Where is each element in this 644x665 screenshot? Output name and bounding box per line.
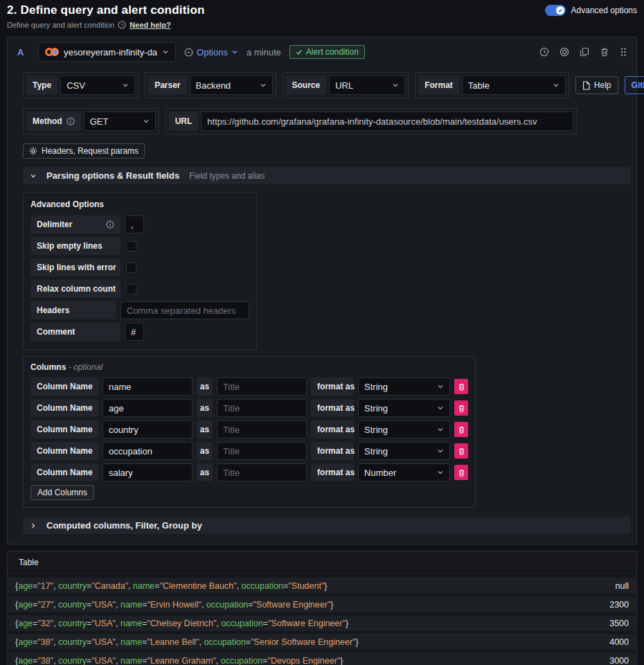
chevron-down-icon [553, 82, 560, 89]
column-title-input[interactable] [217, 378, 307, 396]
delete-column-button[interactable] [454, 379, 468, 394]
computed-columns-title: Computed columns, Filter, Group by [46, 520, 202, 531]
drag-handle-icon[interactable] [620, 47, 627, 57]
skip-empty-lines-checkbox[interactable] [126, 241, 136, 251]
format-select[interactable]: Table [462, 76, 566, 95]
advanced-options-label: Advanced options [571, 6, 637, 15]
datasource-picker[interactable]: yesoreyeram-infinity-da [38, 42, 176, 62]
column-format-value: String [364, 403, 388, 414]
column-title-input[interactable] [217, 399, 307, 417]
column-format-select[interactable]: Number [358, 463, 450, 481]
delete-column-button[interactable] [454, 422, 468, 437]
remove-query-icon[interactable] [600, 47, 609, 57]
chevron-down-icon [437, 383, 444, 390]
delete-column-button[interactable] [454, 465, 468, 480]
row-value: 3500 [609, 619, 629, 628]
column-row: Column Nameasformat asString [30, 399, 468, 417]
disable-query-icon[interactable] [560, 47, 569, 57]
table-panel-title: Table [8, 551, 636, 574]
parsing-options-section-header[interactable]: Parsing options & Result fields Field ty… [23, 167, 631, 184]
chevron-down-icon [162, 48, 169, 55]
url-input[interactable] [201, 112, 573, 131]
parser-value: Backend [196, 80, 231, 91]
help-button[interactable]: Help [575, 76, 618, 94]
chevron-down-icon [437, 469, 444, 476]
query-options-button[interactable]: Options [184, 47, 238, 57]
parsing-options-subtitle: Field types and alias [189, 171, 265, 181]
column-row: Column Nameasformat asString [30, 420, 468, 438]
parsing-options-title: Parsing options & Result fields [46, 170, 179, 181]
skip-lines-error-checkbox[interactable] [126, 263, 136, 273]
as-label: as [197, 442, 213, 460]
csv-headers-label: Headers [30, 301, 116, 319]
relax-column-count-checkbox[interactable] [126, 284, 136, 294]
source-group: SourceURL [283, 72, 409, 98]
computed-columns-section-header[interactable]: Computed columns, Filter, Group by [23, 517, 631, 534]
source-select[interactable]: URL [329, 76, 405, 95]
column-name-label: Column Name [30, 463, 98, 481]
column-format-select[interactable]: String [358, 442, 450, 460]
column-row: Column Nameasformat asString [30, 442, 468, 460]
column-name-input[interactable] [102, 399, 193, 417]
column-name-input[interactable] [102, 463, 193, 481]
type-select[interactable]: CSV [60, 76, 135, 95]
relax-column-count-label: Relax column count [30, 280, 120, 298]
comment-input[interactable] [125, 323, 144, 341]
github-button[interactable]: Github [625, 76, 644, 94]
headers-request-params-button[interactable]: Headers, Request params [23, 143, 145, 159]
method-select[interactable]: GET [84, 112, 156, 131]
chevron-down-icon [260, 82, 267, 89]
advanced-options-toggle[interactable] [545, 5, 566, 16]
as-label: as [197, 378, 213, 396]
trash-icon [458, 469, 465, 477]
trash-icon [458, 383, 465, 391]
column-format-select[interactable]: String [358, 378, 450, 396]
row-object-text: {age="32", country="USA", name="Chelsey … [15, 619, 348, 628]
question-circle-icon: ? [118, 21, 126, 29]
column-name-input[interactable] [102, 420, 193, 438]
column-name-label: Column Name [30, 442, 98, 460]
column-title-input[interactable] [217, 442, 307, 460]
column-row: Column Nameasformat asString [30, 378, 468, 396]
method-label: Method [26, 112, 81, 131]
query-history-icon[interactable] [539, 47, 549, 57]
format-as-label: format as [311, 420, 354, 438]
info-circle-icon [66, 117, 75, 125]
skip-empty-lines-label: Skip empty lines [30, 237, 120, 255]
delimiter-label: Delimiter [30, 215, 120, 233]
selector-row: TypeCSVParserBackendSourceURLFormatTable… [23, 72, 632, 98]
query-header: A yesoreyeram-infinity-da Options a minu… [8, 37, 636, 66]
column-name-label: Column Name [30, 399, 98, 417]
trash-icon [458, 405, 465, 412]
parser-select[interactable]: Backend [190, 76, 273, 95]
toggle-knob [556, 6, 564, 15]
chevron-down-icon [437, 447, 444, 454]
table-row: {age="38", country="USA", name="Leanne B… [8, 634, 636, 650]
table-panel: Table {age="17", country="Canada", name=… [7, 551, 637, 665]
columns-rows: Column Nameasformat asStringColumn Namea… [30, 378, 468, 481]
column-name-input[interactable] [102, 442, 193, 460]
column-title-input[interactable] [217, 420, 307, 438]
chevron-down-icon [231, 48, 238, 55]
row-object-text: {age="38", country="USA", name="Leanne B… [15, 637, 359, 647]
add-columns-button[interactable]: Add Columns [30, 485, 94, 500]
advanced-options-panel: Advanced Options Delimiter Skip empty li… [23, 193, 257, 350]
datasource-name: yesoreyeram-infinity-da [64, 47, 157, 57]
delete-column-button[interactable] [454, 443, 468, 459]
need-help-link[interactable]: Need help? [129, 21, 170, 29]
check-icon [296, 48, 303, 55]
column-format-select[interactable]: String [358, 399, 450, 417]
format-as-label: format as [311, 463, 354, 481]
column-title-input[interactable] [217, 463, 307, 481]
csv-headers-row: Headers [30, 301, 249, 319]
row-object-text: {age="17", country="Canada", name="Cleme… [15, 581, 328, 591]
url-group: URL [166, 108, 578, 134]
column-name-input[interactable] [102, 378, 193, 396]
table-row: {age="38", country="USA", name="Leanne G… [8, 653, 636, 665]
column-format-select[interactable]: String [358, 420, 450, 438]
delete-column-button[interactable] [454, 400, 468, 416]
format-as-label: format as [311, 442, 354, 460]
duplicate-query-icon[interactable] [580, 47, 589, 57]
csv-headers-input[interactable] [120, 301, 249, 319]
delimiter-input[interactable] [125, 215, 144, 233]
